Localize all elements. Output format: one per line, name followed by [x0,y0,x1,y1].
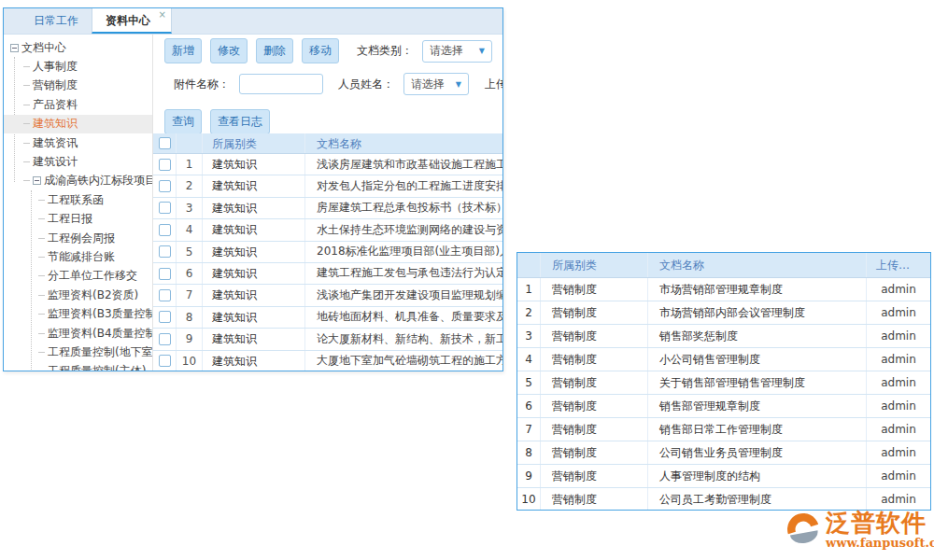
sidebar-item[interactable]: 监理资料(B4质量控制) [4,324,152,343]
sidebar-item-label: 监理资料(B4质量控制) [48,326,153,342]
collapse-icon[interactable] [10,44,19,52]
row-checkbox[interactable] [159,311,171,323]
row-doc-name: 销售部日常工作管理制度 [648,418,867,441]
table-row[interactable]: 2营销制度市场营销部内部会议管理制度admin [517,301,930,325]
sidebar-item[interactable]: 营销制度 [4,77,152,95]
attachment-name-input[interactable] [239,74,323,94]
sidebar-item[interactable]: 建筑资讯 [4,133,152,152]
table-row[interactable]: 9营销制度人事管理制度的结构admin [517,465,930,488]
collapse-icon[interactable] [33,176,41,185]
column-header-uploader[interactable]: 上传… [867,253,930,277]
tree-connector [38,275,45,276]
doc-category-select[interactable]: 请选择 ▼ [422,40,492,63]
row-category: 营销制度 [541,395,648,417]
move-button[interactable]: 移动 [302,38,339,63]
row-checkbox[interactable] [159,180,171,192]
row-category: 营销制度 [541,371,648,394]
row-index: 10 [177,351,203,371]
category-sidebar: 文档中心人事制度营销制度产品资料建筑知识建筑资讯建筑设计成渝高铁内江标段项目工程… [4,35,153,371]
tab-data-center[interactable]: 资料中心 × [92,8,172,34]
row-checkbox[interactable] [159,202,171,214]
table-row[interactable]: 3建筑知识房屋建筑工程总承包投标书（技术标）... [153,198,502,219]
sidebar-item[interactable]: 建筑设计 [4,152,152,171]
toolbar-row: 新增 修改 删除 移动 文档类别： 请选择 ▼ 文档名称： [164,38,502,63]
query-button[interactable]: 查询 [164,109,202,134]
select-all-checkbox[interactable] [159,137,171,149]
sidebar-item[interactable]: 监理资料(B2资质) [4,286,152,304]
sidebar-item-label: 建筑知识 [33,116,78,132]
table-row[interactable]: 4营销制度小公司销售管理制度admin [517,348,930,371]
tab-daily-work[interactable]: 日常工作 [21,8,92,34]
row-index: 1 [177,154,203,175]
marketing-table-header: 所属别类 文档名称 上传… [517,253,930,278]
table-row[interactable]: 5营销制度关于销售部管理销售管理制度admin [517,371,930,395]
row-doc-name: 销售部管理规章制度 [648,395,867,417]
column-header-category[interactable]: 所属别类 [541,253,648,277]
delete-button[interactable]: 删除 [256,38,293,63]
sidebar-item[interactable]: 工程例会周报 [4,229,152,247]
table-row[interactable]: 3营销制度销售部奖惩制度admin [517,325,930,348]
table-row[interactable]: 10建筑知识大厦地下室加气砼墙砌筑工程的施工方... [153,351,502,371]
table-row[interactable]: 8营销制度公司销售业务员管理制度admin [517,441,930,465]
table-row[interactable]: 8建筑知识地砖地面材料、机具准备、质量要求及... [153,307,502,329]
sidebar-item[interactable]: 产品资料 [4,95,152,114]
row-category: 建筑知识 [203,219,305,240]
table-row[interactable]: 10营销制度公司员工考勤管理制度admin [517,488,930,511]
column-header-index [177,133,203,153]
table-row[interactable]: 7营销制度销售部日常工作管理制度admin [517,418,930,441]
sidebar-item[interactable]: 工程质量控制(主体) [4,362,152,371]
row-doc-name: 人事管理制度的结构 [648,465,867,487]
close-icon[interactable]: × [159,9,166,21]
sidebar-item[interactable]: 工程日报 [4,210,152,229]
table-row[interactable]: 9建筑知识论大厦新材料、新结构、新技术，新工... [153,329,502,350]
row-checkbox[interactable] [159,355,171,367]
tab-bar: 日常工作 资料中心 × [4,8,502,35]
person-name-select[interactable]: 请选择 ▼ [403,73,469,95]
row-category: 建筑知识 [203,285,305,305]
row-checkbox[interactable] [159,289,171,301]
sidebar-item-label: 建筑设计 [33,154,78,170]
row-category: 建筑知识 [203,351,305,371]
add-button[interactable]: 新增 [164,38,202,63]
sidebar-item[interactable]: 建筑知识 [4,115,152,133]
table-row[interactable]: 1建筑知识浅谈房屋建筑和市政基础设施工程施工... [153,154,502,175]
row-uploader: admin [867,465,930,487]
tree-connector [23,123,30,124]
table-row[interactable]: 5建筑知识2018标准化监理项目部(业主项目部)人员... [153,242,502,263]
column-header-category[interactable]: 所属别类 [203,133,305,153]
sidebar-item[interactable]: 文档中心 [4,38,152,57]
table-row[interactable]: 6营销制度销售部管理规章制度admin [517,395,930,418]
edit-button[interactable]: 修改 [210,38,248,63]
tree-connector [38,314,45,315]
row-index: 8 [177,307,203,328]
row-checkbox[interactable] [159,245,171,258]
sidebar-item[interactable]: 工程联系函 [4,190,152,209]
sidebar-item[interactable]: 节能减排台账 [4,247,152,266]
column-header-index [517,253,541,277]
sidebar-item-label: 建筑资讯 [33,135,78,151]
row-checkbox[interactable] [159,159,171,171]
row-doc-name: 大厦地下室加气砼墙砌筑工程的施工方... [305,350,502,371]
row-checkbox[interactable] [159,333,171,345]
row-checkbox[interactable] [159,224,171,236]
table-row[interactable]: 2建筑知识对发包人指定分包的工程施工进度安排... [153,175,502,197]
view-log-button[interactable]: 查看日志 [210,109,270,134]
column-header-name[interactable]: 文档名称 [648,253,867,277]
column-header-name[interactable]: 文档名称 [305,133,502,154]
sidebar-item-label: 工程质量控制(主体) [48,363,146,371]
row-doc-name: 公司销售业务员管理制度 [648,441,867,464]
sidebar-item[interactable]: 人事制度 [4,57,152,76]
sidebar-item[interactable]: 监理资料(B3质量控制) [4,304,152,323]
row-category: 建筑知识 [203,307,305,328]
table-row[interactable]: 1营销制度市场营销部管理规章制度admin [517,278,930,301]
row-checkbox[interactable] [159,268,171,280]
table-row[interactable]: 6建筑知识建筑工程施工发包与承包违法行为认定... [153,263,502,285]
tree-connector [38,218,45,219]
sidebar-tree: 文档中心人事制度营销制度产品资料建筑知识建筑资讯建筑设计成渝高铁内江标段项目工程… [4,35,152,371]
table-row[interactable]: 4建筑知识水土保持生态环境监测网络的建设与资... [153,219,502,241]
tree-connector [23,161,30,162]
sidebar-item[interactable]: 工程质量控制(地下室) [4,343,152,361]
sidebar-item[interactable]: 分工单位工作移交 [4,267,152,286]
table-row[interactable]: 7建筑知识浅谈地产集团开发建设项目监理规划编... [153,285,502,306]
sidebar-item[interactable]: 成渝高铁内江标段项目 [4,172,152,190]
